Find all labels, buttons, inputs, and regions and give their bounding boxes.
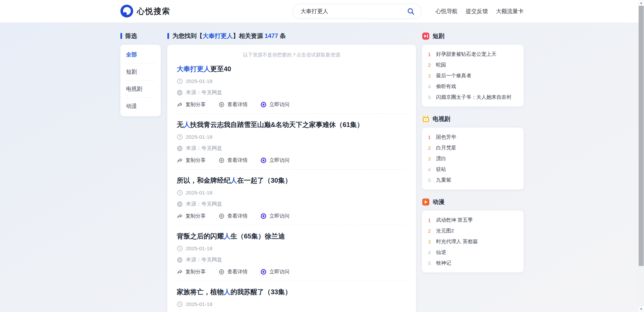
- filter-item[interactable]: 动漫: [126, 98, 155, 115]
- rank-label: 沧元图2: [436, 228, 454, 234]
- ranking-item[interactable]: 1 国色芳华: [428, 132, 518, 142]
- visit-now-button[interactable]: 立即访问: [260, 269, 289, 275]
- ranking-title: 动漫: [433, 198, 444, 206]
- result-item: 所以，和金牌经纪人在一起了（30集） 2025-01-18 来源：夸克网盘: [177, 170, 407, 225]
- ranking-item[interactable]: 3 最后一个修真者: [428, 70, 518, 81]
- result-title[interactable]: 无人扶我青云志我自踏雪至山巅&名动天下之家事难休（61集）: [177, 120, 407, 129]
- result-actions: 复制分享 查看详情 立即访问: [177, 213, 407, 219]
- clock-icon: [177, 246, 183, 252]
- search-button[interactable]: [406, 6, 416, 16]
- rank-label: 国色芳华: [436, 134, 456, 140]
- ranking-item[interactable]: 3 时光代理人 英都篇: [428, 236, 518, 247]
- visit-circle-icon: [260, 157, 267, 164]
- result-source: 来源：夸克网盘: [186, 89, 222, 96]
- filter-item[interactable]: 全部: [126, 46, 155, 63]
- nav-link[interactable]: 心悦导航: [436, 8, 458, 15]
- scrollbar-thumb[interactable]: [639, 6, 644, 266]
- eye-icon: [218, 101, 225, 108]
- ranking-item[interactable]: 1 武动乾坤 第五季: [428, 215, 518, 225]
- copy-share-button[interactable]: 复制分享: [177, 101, 206, 108]
- refresh-hint-link[interactable]: 以下资源不是你想要的？点击尝试获取新资源: [177, 52, 407, 58]
- view-detail-button[interactable]: 查看详情: [218, 101, 248, 108]
- rank-number: 1: [428, 51, 432, 57]
- section-accent-bar: [167, 33, 169, 39]
- rank-label: 驻站: [436, 166, 446, 173]
- view-detail-button[interactable]: 查看详情: [218, 213, 248, 219]
- visit-circle-icon: [260, 213, 267, 219]
- view-detail-button[interactable]: 查看详情: [218, 269, 248, 275]
- result-date-row: 2025-01-18: [177, 301, 407, 307]
- copy-share-button[interactable]: 复制分享: [177, 157, 206, 164]
- eye-icon: [218, 269, 225, 275]
- view-detail-button[interactable]: 查看详情: [218, 157, 248, 164]
- result-actions: 复制分享 查看详情 立即访问: [177, 101, 407, 108]
- ranking-item[interactable]: 2 蛇园: [428, 59, 518, 70]
- ranking-item[interactable]: 4 仙逆: [428, 247, 518, 258]
- rank-label: 闪婚京圈太子爷：夫人她来自农村: [436, 94, 512, 100]
- ranking-item[interactable]: 4 偷听有戏: [428, 81, 518, 92]
- rank-number: 4: [428, 250, 432, 255]
- filter-item[interactable]: 电视剧: [126, 81, 155, 98]
- share-arrow-icon: [177, 158, 183, 164]
- ranking-item[interactable]: 2 沧元图2: [428, 225, 518, 236]
- ranking-item[interactable]: 5 牧神记: [428, 258, 518, 268]
- brand-logo[interactable]: 心悦搜索: [120, 5, 170, 17]
- result-item: 无人扶我青云志我自踏雪至山巅&名动天下之家事难休（61集） 2025-01-18…: [177, 114, 407, 170]
- result-source-row: 来源：夸克网盘: [177, 200, 407, 208]
- visit-now-button[interactable]: 立即访问: [260, 101, 289, 108]
- rank-number: 5: [428, 177, 432, 183]
- rank-number: 2: [428, 145, 432, 151]
- visit-now-button[interactable]: 立即访问: [260, 157, 289, 164]
- rank-number: 3: [428, 156, 432, 162]
- globe-icon: [177, 145, 183, 151]
- result-date-row: 2025-01-18: [177, 190, 407, 196]
- result-title[interactable]: 背叛之后的闪耀人生（65集）徐兰迪: [177, 232, 407, 241]
- result-title[interactable]: 大奉打更人更至40: [177, 64, 407, 74]
- rank-number: 5: [428, 94, 432, 100]
- ranking-item[interactable]: 2 白月梵星: [428, 142, 518, 153]
- ranking-section: 短剧 1 好孕甜妻被钻石老公宠上天 2 蛇园 3 最后一个修真者 4 偷听有戏 …: [422, 32, 524, 106]
- result-date: 2025-01-18: [186, 78, 212, 84]
- scroll-up-arrow[interactable]: ▲: [638, 0, 644, 6]
- rank-number: 2: [428, 62, 432, 68]
- visit-now-button[interactable]: 立即访问: [260, 213, 289, 219]
- eye-icon: [218, 213, 225, 219]
- result-item: 背叛之后的闪耀人生（65集）徐兰迪 2025-01-18 来源：夸克网盘: [177, 225, 407, 281]
- rankings-column: 短剧 1 好孕甜妻被钻石老公宠上天 2 蛇园 3 最后一个修真者 4 偷听有戏 …: [422, 32, 524, 281]
- ranking-item[interactable]: 4 驻站: [428, 164, 518, 175]
- result-actions: 复制分享 查看详情 立即访问: [177, 157, 407, 164]
- filter-item[interactable]: 短剧: [126, 63, 155, 81]
- rank-label: 时光代理人 英都篇: [436, 238, 478, 245]
- ranking-title: 短剧: [433, 32, 444, 40]
- rank-label: 白月梵星: [436, 145, 456, 151]
- ranking-card: 1 国色芳华 2 白月梵星 3 漂白 4 驻站 5 九重紫: [422, 128, 524, 189]
- ranking-item[interactable]: 5 闪婚京圈太子爷：夫人她来自农村: [428, 92, 518, 102]
- shortplay-icon: [422, 32, 430, 40]
- ranking-item[interactable]: 1 好孕甜妻被钻石老公宠上天: [428, 49, 518, 59]
- nav-link[interactable]: 大额流量卡: [496, 8, 524, 15]
- search-input[interactable]: [301, 8, 406, 14]
- copy-share-button[interactable]: 复制分享: [177, 213, 206, 219]
- page-scrollbar[interactable]: ▲ ▼: [638, 0, 644, 312]
- rank-label: 漂白: [436, 155, 446, 162]
- header-nav: 心悦导航提交反馈大额流量卡: [436, 0, 524, 23]
- clock-icon: [177, 134, 183, 140]
- result-actions: 复制分享 查看详情 立即访问: [177, 269, 407, 275]
- scroll-down-arrow[interactable]: ▼: [638, 306, 644, 312]
- result-title[interactable]: 所以，和金牌经纪人在一起了（30集）: [177, 176, 407, 185]
- rank-label: 九重紫: [436, 177, 451, 183]
- result-date: 2025-01-18: [186, 190, 212, 196]
- copy-share-button[interactable]: 复制分享: [177, 269, 206, 275]
- eye-icon: [218, 157, 225, 164]
- share-arrow-icon: [177, 269, 183, 275]
- share-arrow-icon: [177, 102, 183, 108]
- filter-column: 筛选 全部短剧电视剧动漫: [120, 32, 161, 116]
- ranking-item[interactable]: 3 漂白: [428, 153, 518, 164]
- visit-circle-icon: [260, 269, 267, 275]
- top-header: 心悦搜索 心悦导航提交反馈大额流量卡: [0, 0, 644, 23]
- rank-label: 最后一个修真者: [436, 73, 471, 79]
- result-title[interactable]: 家族将亡，植物人的我苏醒了（33集）: [177, 287, 407, 297]
- result-source: 来源：夸克网盘: [186, 145, 222, 152]
- ranking-item[interactable]: 5 九重紫: [428, 175, 518, 185]
- nav-link[interactable]: 提交反馈: [466, 8, 488, 15]
